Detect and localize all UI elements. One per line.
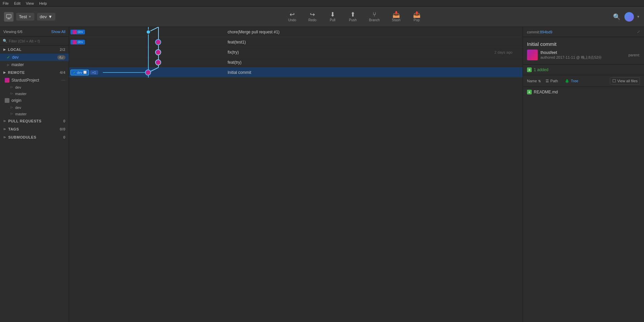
remote-origin-master[interactable]: ⊳ master (0, 111, 69, 117)
branch-icon: ⑂ (373, 11, 376, 18)
remote-group-origin[interactable]: origin (0, 97, 69, 104)
menu-view[interactable]: View (26, 1, 34, 5)
undo-button[interactable]: ↩ Undo (283, 9, 301, 24)
tree-view-btn[interactable]: 🌲 Tree (563, 78, 580, 84)
toolbar-center: ↩ Undo ↪ Redo ⬇ Pull ⬆ Push ⑂ Branch 📥 S… (101, 9, 608, 24)
commit-info-1: chore(Merge pull request #1) (224, 30, 523, 34)
remote-group-stardust[interactable]: StardustProject ⋯ (0, 77, 69, 84)
remote-stardust-master[interactable]: ⊳ master (0, 90, 69, 97)
expand-icon[interactable]: ⤢ (637, 30, 640, 34)
remote-stardust-master-label: master (15, 92, 27, 96)
path-icon: ☰ (546, 79, 549, 83)
graph-svg-1 (69, 27, 224, 37)
remote-origin-label: origin (11, 98, 21, 103)
commit-avatar-5 (145, 69, 151, 76)
graph-svg-3 (69, 47, 224, 57)
repo-name-btn[interactable]: Test ▼ (16, 13, 34, 21)
parent-label: parent: (628, 53, 640, 57)
pr-count: 0 (63, 119, 65, 123)
graph-svg-4 (69, 57, 224, 67)
remote-origin-master-label: master (15, 112, 27, 116)
view-all-files-btn[interactable]: ☐ View all files (610, 77, 640, 85)
files-added: + 1 added (527, 67, 640, 72)
pull-icon: ⬇ (330, 11, 335, 18)
viewing-label: Viewing 6/6 (3, 30, 23, 34)
commit-row-4[interactable]: feat(try) (69, 57, 523, 67)
right-panel-header: commit: 894bd9 ⤢ (523, 27, 644, 37)
commit-title-section: Initial commit thousfeet authored 2017-1… (523, 37, 644, 65)
local-branch-dev-label: dev (12, 55, 19, 60)
remote-origin-dev-label: dev (15, 106, 21, 110)
submodules-header[interactable]: ⊳ SUBMODULES 0 (0, 133, 69, 141)
view-controls: Name ⇅ ☰ Path 🌲 Tree ☐ View all files (523, 75, 644, 87)
push-button[interactable]: ⬆ Push (343, 9, 362, 24)
remote-branch-icon: ⊳ (10, 85, 13, 89)
commit-row-5[interactable]: ✓ dev ⬜ +1 Initial commit (69, 67, 523, 78)
menu-edit[interactable]: Edit (14, 1, 21, 5)
commit-avatar-2 (155, 39, 161, 45)
remote-origin-icon (5, 98, 9, 103)
tree-icon: 🌲 (565, 79, 569, 83)
redo-icon: ↪ (310, 11, 315, 18)
remote-origin-dev-icon: ⊳ (10, 105, 13, 110)
undo-icon: ↩ (290, 11, 295, 18)
commit-avatar-4 (155, 59, 161, 65)
show-all-btn[interactable]: Show All (51, 30, 65, 34)
remote-stardust-more-icon[interactable]: ⋯ (61, 78, 65, 83)
author-avatar (527, 50, 538, 60)
dev-tag-2: dev (70, 40, 85, 45)
branch-expand-icon: ⊳ (7, 63, 9, 67)
tags-count: 0/0 (60, 127, 65, 131)
local-section-header[interactable]: ▶ LOCAL 2/2 (0, 46, 69, 54)
filter-input[interactable] (9, 39, 66, 43)
menu-help[interactable]: Help (39, 1, 47, 5)
branch-dropdown-arrow: ▼ (48, 14, 53, 19)
commit-row-1[interactable]: dev chore(Merge pull request #1) (69, 27, 523, 37)
branch-btn[interactable]: dev ▼ (37, 13, 55, 21)
remote-origin-dev[interactable]: ⊳ dev (0, 104, 69, 111)
local-expand-icon: ▶ (3, 48, 6, 51)
stash-icon: 📥 (392, 11, 400, 18)
remote-section-header[interactable]: ▶ REMOTE 4/4 (0, 68, 69, 77)
commit-info-4: feat(try) (224, 60, 523, 65)
right-panel: commit: 894bd9 ⤢ Initial commit thousfee… (523, 27, 644, 322)
file-status-added-icon: + (527, 90, 532, 94)
author-name: thousfeet (540, 50, 626, 55)
commit-graph-area: dev chore(Merge pull request #1) (69, 27, 523, 322)
commit-hash: 894bd9 (540, 30, 553, 34)
local-count: 2/2 (60, 48, 65, 52)
redo-button[interactable]: ↪ Redo (303, 9, 322, 24)
commit-row-2[interactable]: dev feat(test1) (69, 37, 523, 47)
tags-header[interactable]: ⊳ TAGS 0/0 (0, 125, 69, 133)
menu-file[interactable]: File (3, 1, 9, 5)
local-branch-dev[interactable]: ✓ dev 4↙ (0, 54, 69, 61)
pop-icon: 📤 (413, 11, 420, 18)
pull-button[interactable]: ⬇ Pull (323, 9, 342, 24)
commit-message-2: feat(test1) (228, 40, 519, 45)
checkbox-icon: ☐ (612, 79, 616, 83)
submodules-label: SUBMODULES (8, 135, 36, 139)
search-button[interactable]: 🔍 (612, 12, 622, 22)
commit-row-3[interactable]: fix(try) 2 days ago (69, 47, 523, 57)
name-sort-btn[interactable]: Name ⇅ (527, 79, 541, 83)
author-row: thousfeet authored 2017-11-11 @ 晚上8点52分 … (527, 50, 640, 60)
path-view-btn[interactable]: ☰ Path (544, 78, 560, 84)
local-branch-master[interactable]: ⊳ master (0, 61, 69, 68)
commit-label: commit: (527, 30, 540, 34)
pull-requests-header[interactable]: ⊳ PULL REQUESTS 0 (0, 117, 69, 125)
branch-button[interactable]: ⑂ Branch (363, 9, 385, 24)
toolbar-right: 🔍 ▼ (608, 12, 644, 22)
stash-button[interactable]: 📥 Stash (386, 9, 406, 24)
pop-button[interactable]: 📤 Pop (407, 9, 426, 24)
svg-rect-1 (7, 19, 10, 19)
remote-stardust-dev[interactable]: ⊳ dev (0, 84, 69, 90)
user-avatar[interactable] (624, 12, 634, 22)
commit-info-2: feat(test1) (224, 40, 523, 45)
file-name: README.md (534, 90, 558, 94)
svg-point-6 (146, 30, 150, 34)
avatar-dropdown[interactable]: ▼ (637, 15, 640, 19)
main-content: Viewing 6/6 Show All 🔍 ▶ LOCAL 2/2 ✓ dev… (0, 27, 644, 322)
commit-title-text: Initial commit (527, 41, 640, 47)
file-item-readme[interactable]: + README.md (523, 88, 644, 96)
remote-origin-master-icon: ⊳ (10, 112, 13, 116)
